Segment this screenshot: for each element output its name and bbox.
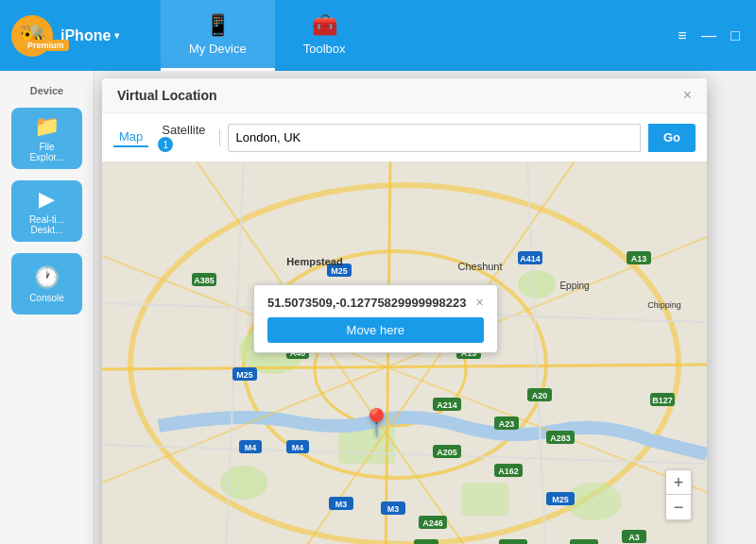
- svg-text:M25: M25: [236, 370, 253, 380]
- svg-text:M25: M25: [552, 495, 569, 504]
- location-search-input[interactable]: [228, 124, 641, 152]
- nav-my-device-label: My Device: [189, 42, 247, 56]
- svg-text:Hempstead: Hempstead: [286, 256, 342, 267]
- sidebar-item-console[interactable]: 🕐 Console: [11, 253, 82, 314]
- popup-header: 51.5073509,-0.12775829999998223 ×: [267, 295, 484, 310]
- realtime-icon: ▶: [39, 187, 55, 212]
- sidebar-item-realtime[interactable]: ▶ Real-ti...Deskt...: [11, 180, 82, 242]
- sidebar-item-file-label: FileExplor...: [29, 142, 63, 162]
- tab-map[interactable]: Map: [113, 128, 148, 147]
- map-pin: 📍: [360, 407, 393, 438]
- svg-text:A23: A23: [499, 419, 515, 429]
- main-nav: 📱 My Device 🧰 Toolbox: [161, 0, 662, 71]
- zoom-in-button[interactable]: +: [666, 470, 691, 495]
- svg-text:A20: A20: [532, 391, 548, 400]
- svg-text:B127: B127: [652, 396, 673, 405]
- sidebar-item-realtime-label: Real-ti...Deskt...: [29, 214, 64, 235]
- svg-text:A385: A385: [194, 276, 215, 285]
- nav-toolbox-label: Toolbox: [303, 42, 346, 56]
- sidebar-device-label: Device: [26, 85, 68, 96]
- minimize-icon[interactable]: —: [699, 26, 718, 45]
- go-button[interactable]: Go: [648, 124, 696, 152]
- dialog-title: Virtual Location: [117, 88, 217, 103]
- console-icon: 🕐: [34, 265, 60, 290]
- dialog-container: Virtual Location × Map Satellite 1 Go: [94, 71, 756, 544]
- svg-text:Cheshunt: Cheshunt: [457, 261, 502, 272]
- svg-text:A214: A214: [437, 400, 457, 410]
- svg-text:A13: A13: [631, 254, 647, 264]
- device-dropdown-arrow: ▾: [114, 30, 119, 41]
- satellite-badge: 1: [158, 137, 173, 152]
- dialog-header: Virtual Location ×: [102, 78, 707, 113]
- map-area[interactable]: A385 M25 A414 A13 A40 A13: [102, 162, 707, 544]
- svg-text:M4: M4: [245, 443, 257, 452]
- svg-text:Chipping: Chipping: [647, 300, 681, 310]
- popup-close-icon[interactable]: ×: [475, 295, 483, 310]
- svg-text:A414: A414: [520, 254, 541, 264]
- map-toolbar: Map Satellite 1 Go: [102, 113, 707, 162]
- dialog-close-button[interactable]: ×: [683, 88, 692, 103]
- svg-text:M4: M4: [292, 443, 304, 452]
- svg-text:A205: A205: [437, 448, 457, 457]
- sidebar-item-console-label: Console: [29, 293, 64, 303]
- app-logo: 🐝 Premium: [11, 15, 53, 57]
- window-controls: ≡ — □: [662, 0, 756, 71]
- app-header: 🐝 Premium iPhone ▾ 📱 My Device 🧰 Toolbox…: [0, 0, 756, 71]
- svg-text:M3: M3: [335, 500, 348, 509]
- file-explorer-icon: 📁: [34, 114, 60, 139]
- logo-area: 🐝 Premium iPhone ▾: [0, 0, 161, 71]
- sidebar-item-file-explorer[interactable]: 📁 FileExplor...: [11, 108, 82, 169]
- move-here-button[interactable]: Move here: [267, 317, 484, 343]
- svg-rect-8: [461, 483, 508, 516]
- sidebar: Device 📁 FileExplor... ▶ Real-ti...Deskt…: [0, 71, 94, 544]
- tab-satellite[interactable]: Satellite 1: [156, 121, 211, 154]
- location-popup: 51.5073509,-0.12775829999998223 × Move h…: [253, 284, 498, 353]
- svg-point-7: [220, 466, 267, 500]
- zoom-controls: + −: [665, 469, 692, 520]
- svg-point-5: [518, 270, 556, 298]
- virtual-location-dialog: Virtual Location × Map Satellite 1 Go: [102, 78, 707, 544]
- device-title[interactable]: iPhone ▾: [60, 27, 119, 44]
- nav-my-device[interactable]: 📱 My Device: [161, 0, 275, 71]
- hamburger-icon[interactable]: ≡: [673, 26, 692, 45]
- svg-text:A162: A162: [498, 467, 519, 476]
- svg-text:A3: A3: [628, 533, 640, 542]
- toolbar-divider: [219, 129, 220, 146]
- maximize-icon[interactable]: □: [726, 26, 745, 45]
- toolbox-icon: 🧰: [312, 13, 337, 38]
- premium-badge: Premium: [23, 40, 69, 51]
- main-area: Device 📁 FileExplor... ▶ Real-ti...Deskt…: [0, 71, 756, 544]
- svg-text:Epping: Epping: [559, 280, 589, 291]
- svg-text:M3: M3: [387, 504, 400, 514]
- nav-toolbox[interactable]: 🧰 Toolbox: [275, 0, 374, 71]
- zoom-out-button[interactable]: −: [666, 495, 691, 519]
- svg-text:A283: A283: [550, 434, 571, 443]
- my-device-icon: 📱: [205, 13, 231, 38]
- svg-text:M25: M25: [331, 266, 348, 276]
- popup-coordinates: 51.5073509,-0.12775829999998223: [267, 296, 466, 310]
- svg-text:A246: A246: [422, 518, 443, 528]
